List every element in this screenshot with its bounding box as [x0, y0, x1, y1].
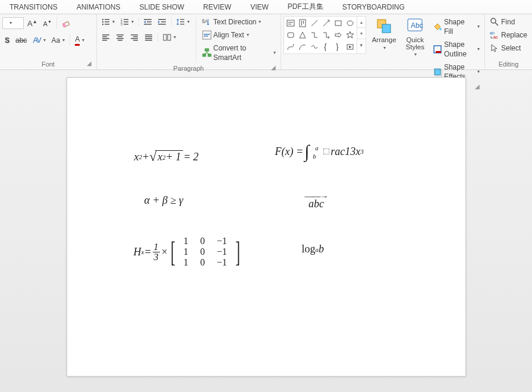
svg-rect-33 [131, 38, 138, 39]
svg-rect-46 [203, 54, 206, 56]
change-case[interactable]: Aa▾ [49, 34, 68, 46]
strikethrough[interactable]: abc [13, 34, 29, 46]
shape-outline[interactable]: Shape Outline▾ [430, 39, 482, 60]
shape-triangle[interactable] [297, 30, 308, 40]
shape-arc[interactable] [297, 42, 308, 52]
tab-transitions[interactable]: TRANSITIONS [0, 1, 67, 14]
bullets[interactable]: ▾ [99, 16, 117, 28]
svg-rect-35 [145, 34, 152, 36]
tab-slideshow[interactable]: SLIDE SHOW [130, 1, 193, 14]
equation-1[interactable]: x2 + √x2 + 1 = 2 [134, 150, 199, 163]
font-dialog-launcher[interactable]: ◢ [86, 61, 93, 68]
svg-rect-19 [158, 24, 166, 25]
shape-freeform[interactable] [285, 42, 296, 52]
shape-connector-arrow[interactable] [321, 30, 332, 40]
group-editing: Find abac Replace Select Editing [485, 14, 532, 69]
select-button[interactable]: Select [487, 42, 530, 54]
svg-rect-23 [102, 34, 109, 36]
eraser-icon [62, 18, 71, 28]
font-size-combo[interactable]: ▾ [2, 17, 24, 29]
shape-gallery-scroll: ▴ ▾ ▼ [357, 16, 366, 54]
eq2-placeholder[interactable] [323, 148, 329, 154]
svg-rect-37 [145, 38, 152, 39]
eq2-lhs: F(x) = [275, 146, 304, 158]
quick-styles-icon: Abc [406, 17, 424, 35]
shape-rounded-rect[interactable] [285, 30, 296, 40]
decrease-indent[interactable] [141, 17, 155, 27]
decrease-font-size[interactable]: A▼ [41, 16, 54, 30]
tab-pdf-tools[interactable]: PDF工具集 [278, 0, 333, 14]
numbering[interactable]: 123▾ [118, 16, 136, 28]
shape-line[interactable] [309, 18, 320, 29]
gallery-scroll-up[interactable]: ▴ [357, 17, 366, 28]
paragraph-dialog-launcher[interactable]: ◢ [270, 65, 277, 72]
svg-rect-18 [161, 21, 166, 23]
align-center[interactable] [114, 32, 127, 43]
increase-font-size[interactable]: A▲ [25, 16, 40, 30]
equation-6[interactable]: loga b [302, 243, 325, 255]
shape-arrow-line[interactable] [321, 18, 332, 29]
tab-animations[interactable]: ANIMATIONS [67, 1, 130, 14]
svg-rect-40 [168, 34, 171, 40]
shape-textbox-vertical[interactable] [297, 18, 308, 29]
align-left[interactable] [99, 32, 112, 43]
shape-curve[interactable] [309, 42, 320, 52]
eq2-integrand: rac13x [330, 146, 360, 158]
shape-fill-label: Shape Fill [444, 17, 475, 36]
equation-2[interactable]: F(x) = ∫ a b rac13x3 [275, 144, 364, 159]
shape-gallery[interactable]: { } [284, 16, 357, 54]
convert-to-smartart[interactable]: Convert to SmartArt▾ [200, 42, 278, 64]
svg-rect-45 [205, 49, 209, 51]
svg-rect-56 [335, 21, 341, 26]
shape-arrow-right[interactable] [333, 30, 344, 40]
tab-review[interactable]: REVIEW [194, 1, 241, 14]
eq2-upper: a [315, 144, 319, 151]
shape-connector-elbow[interactable] [309, 30, 320, 40]
svg-rect-15 [147, 21, 152, 23]
convert-smartart-label: Convert to SmartArt [213, 43, 271, 62]
increase-indent[interactable] [156, 17, 169, 27]
clear-formatting[interactable] [59, 17, 74, 29]
shape-textbox-horizontal[interactable] [285, 18, 296, 29]
shape-left-brace[interactable]: { [321, 42, 332, 52]
shape-oval[interactable] [345, 18, 355, 29]
quick-styles-button[interactable]: Abc Quick Styles▾ [402, 16, 428, 58]
columns-icon [163, 33, 171, 42]
align-right[interactable] [128, 32, 141, 43]
tab-storyboarding[interactable]: STORYBOARDING [333, 1, 414, 14]
align-center-icon [116, 33, 124, 42]
shape-action-button[interactable] [345, 42, 355, 52]
slide[interactable]: x2 + √x2 + 1 = 2 F(x) = ∫ a b rac13x3 α … [67, 77, 466, 377]
svg-rect-44 [204, 36, 208, 36]
arrange-button[interactable]: Arrange▾ [369, 16, 400, 52]
gallery-expand[interactable]: ▼ [357, 39, 366, 51]
align-text[interactable]: Align Text▾ [200, 29, 278, 41]
font-color[interactable]: A▾ [73, 33, 87, 47]
svg-rect-48 [287, 20, 294, 26]
shape-fill[interactable]: Shape Fill▾ [430, 16, 482, 37]
svg-rect-63 [382, 24, 391, 33]
text-shadow[interactable]: S [2, 34, 12, 46]
eq5-num: 1 [153, 242, 160, 252]
equation-3[interactable]: α + β ≥ γ [144, 194, 184, 207]
text-direction[interactable]: llA Text Direction▾ [200, 16, 278, 28]
equation-5[interactable]: Hx = 13 × [ 10−1 10−1 10−1 ] [134, 236, 243, 268]
eq1-plus: + [142, 151, 149, 163]
svg-rect-25 [102, 38, 109, 39]
drawing-dialog-launcher[interactable]: ◢ [474, 84, 481, 91]
svg-rect-3 [105, 19, 109, 20]
align-justify[interactable] [142, 32, 155, 43]
shape-rectangle[interactable] [333, 18, 344, 29]
shape-star[interactable] [345, 30, 355, 40]
svg-text:}: } [336, 43, 339, 51]
replace-button[interactable]: abac Replace [487, 29, 530, 41]
tab-view[interactable]: VIEW [241, 1, 278, 14]
svg-rect-24 [102, 36, 107, 37]
shape-right-brace[interactable]: } [333, 42, 344, 52]
line-spacing[interactable]: ▾ [174, 16, 192, 28]
equation-4[interactable]: ——→ abc [305, 192, 328, 209]
columns[interactable]: ▾ [160, 31, 178, 43]
character-spacing[interactable]: AV▾ [30, 34, 48, 46]
find-button[interactable]: Find [487, 16, 530, 28]
gallery-scroll-down[interactable]: ▾ [357, 28, 366, 39]
